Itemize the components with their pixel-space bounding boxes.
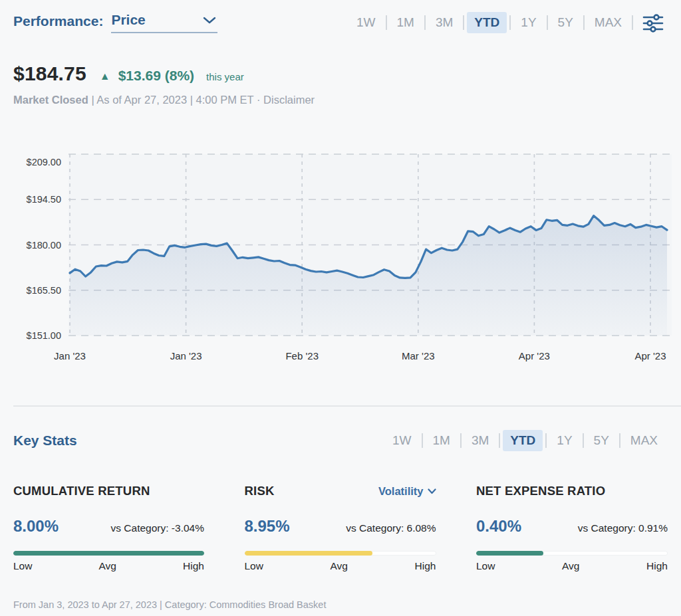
y-axis-label: $151.00	[27, 330, 61, 341]
x-axis-label: Feb '23	[285, 350, 319, 361]
keystats-title: Key Stats	[13, 433, 77, 449]
stat-value: 0.40%	[476, 517, 521, 536]
range-option-1w[interactable]: 1W	[385, 430, 419, 451]
price-row: $184.75 ▲ $13.69 (8%) this year	[13, 62, 668, 85]
range-option-ytd[interactable]: YTD	[467, 12, 507, 33]
stat-scale-bar	[476, 551, 668, 556]
range-divider	[547, 15, 548, 30]
x-axis-label: Apr '23	[634, 350, 666, 361]
range-divider	[463, 15, 464, 30]
x-axis-label: Jan '23	[170, 350, 202, 361]
x-axis-label: Mar '23	[402, 350, 435, 361]
scale-label-avg: Avg	[331, 560, 348, 572]
stat-card-title: CUMULATIVE RETURN	[13, 484, 150, 498]
stat-scale-bar	[13, 551, 204, 556]
y-axis-label: $209.00	[27, 157, 61, 167]
range-option-max[interactable]: MAX	[587, 12, 629, 33]
quote-section: $184.75 ▲ $13.69 (8%) this year Market C…	[13, 62, 668, 106]
x-axis-label: Jan '23	[54, 350, 86, 361]
date-range-category-footnote: From Jan 3, 2023 to Apr 27, 2023 | Categ…	[13, 599, 326, 610]
performance-title-group: Performance: Price	[13, 12, 217, 33]
range-options: 1W1M3MYTD1Y5YMAX	[348, 12, 630, 33]
y-axis-label: $180.00	[27, 240, 61, 251]
stat-scale-bar	[245, 551, 436, 556]
range-option-1y[interactable]: 1Y	[549, 430, 579, 451]
range-divider	[509, 15, 511, 30]
price-chart: $209.00$194.50$180.00$165.50$151.00Jan '…	[0, 150, 681, 369]
current-price: $184.75	[13, 62, 86, 85]
range-divider	[422, 433, 423, 448]
x-axis-label: Apr '23	[519, 350, 550, 361]
chevron-down-icon	[428, 488, 436, 494]
range-option-max[interactable]: MAX	[623, 430, 665, 451]
stat-value: 8.00%	[13, 517, 59, 536]
range-option-1y[interactable]: 1Y	[513, 12, 543, 33]
scale-label-avg: Avg	[99, 560, 116, 572]
range-divider	[386, 15, 387, 30]
scale-label-low: Low	[13, 560, 32, 572]
market-status: Market Closed	[13, 94, 88, 106]
y-axis-label: $194.50	[27, 194, 61, 205]
chart-settings-button[interactable]	[634, 11, 665, 34]
range-option-1m[interactable]: 1M	[390, 12, 422, 33]
range-option-1w[interactable]: 1W	[349, 12, 383, 33]
range-divider	[424, 15, 426, 30]
price-chart-svg[interactable]: $209.00$194.50$180.00$165.50$151.00Jan '…	[0, 150, 681, 369]
range-divider	[583, 433, 584, 448]
range-divider	[545, 433, 547, 448]
performance-widget: Performance: Price 1W1M3MYTD1Y5YMAX	[0, 0, 681, 616]
keystats-cards: CUMULATIVE RETURN 8.00% vs Category: -3.…	[13, 483, 668, 572]
stat-card-title: NET EXPENSE RATIO	[476, 484, 605, 498]
scale-label-high: High	[415, 560, 436, 572]
range-divider	[583, 15, 585, 30]
range-option-5y[interactable]: 5Y	[587, 430, 616, 451]
range-divider	[499, 433, 500, 448]
range-option-3m[interactable]: 3M	[464, 430, 496, 451]
sliders-icon	[641, 26, 665, 36]
stat-scale-bar-fill	[476, 551, 543, 556]
range-option-5y[interactable]: 5Y	[551, 12, 581, 33]
vs-category-value: vs Category: 0.91%	[578, 522, 668, 534]
stat-scale-bar-fill	[245, 551, 373, 556]
range-option-1m[interactable]: 1M	[426, 430, 458, 451]
metric-dropdown[interactable]: Price	[111, 12, 217, 33]
disclaimer-link[interactable]: Disclaimer	[263, 94, 315, 106]
keystats-range-selector: 1W1M3MYTD1Y5YMAX	[384, 430, 666, 451]
change-period: this year	[206, 71, 244, 82]
metric-dropdown-value: Price	[111, 12, 145, 28]
stat-card-net-expense-ratio: NET EXPENSE RATIO 0.40% vs Category: 0.9…	[476, 483, 668, 572]
as-of-details: | As of Apr 27, 2023 | 4:00 PM ET ·	[88, 94, 263, 106]
stat-value: 8.95%	[245, 517, 290, 536]
section-divider	[13, 405, 681, 407]
keystats-header: Key Stats 1W1M3MYTD1Y5YMAX	[13, 429, 666, 453]
stat-card-risk: RISK Volatility 8.95% vs Category: 6.08%…	[245, 483, 436, 572]
scale-label-high: High	[183, 560, 204, 572]
range-option-ytd[interactable]: YTD	[503, 430, 543, 451]
vs-category-value: vs Category: -3.04%	[111, 522, 204, 534]
scale-label-high: High	[646, 560, 668, 572]
vs-category-value: vs Category: 6.08%	[346, 522, 436, 534]
stat-card-title: RISK	[245, 484, 275, 498]
risk-metric-value: Volatility	[378, 485, 424, 498]
y-axis-label: $165.50	[27, 285, 61, 296]
range-option-3m[interactable]: 3M	[428, 12, 460, 33]
performance-header: Performance: Price 1W1M3MYTD1Y5YMAX	[13, 8, 665, 37]
stat-card-cumulative-return: CUMULATIVE RETURN 8.00% vs Category: -3.…	[13, 483, 204, 572]
scale-label-avg: Avg	[562, 560, 579, 572]
range-divider	[619, 433, 620, 448]
scale-label-low: Low	[245, 560, 263, 572]
market-status-row: Market Closed | As of Apr 27, 2023 | 4:0…	[13, 94, 668, 106]
stat-scale-bar-fill	[13, 551, 204, 556]
price-change: $13.69 (8%)	[118, 68, 194, 84]
performance-range-selector: 1W1M3MYTD1Y5YMAX	[348, 11, 665, 34]
scale-label-low: Low	[476, 560, 495, 572]
performance-label: Performance:	[13, 13, 103, 33]
risk-metric-dropdown[interactable]: Volatility	[378, 485, 436, 498]
range-divider	[460, 433, 462, 448]
up-arrow-icon: ▲	[100, 70, 110, 82]
range-divider	[632, 15, 633, 30]
chevron-down-icon	[203, 17, 216, 24]
